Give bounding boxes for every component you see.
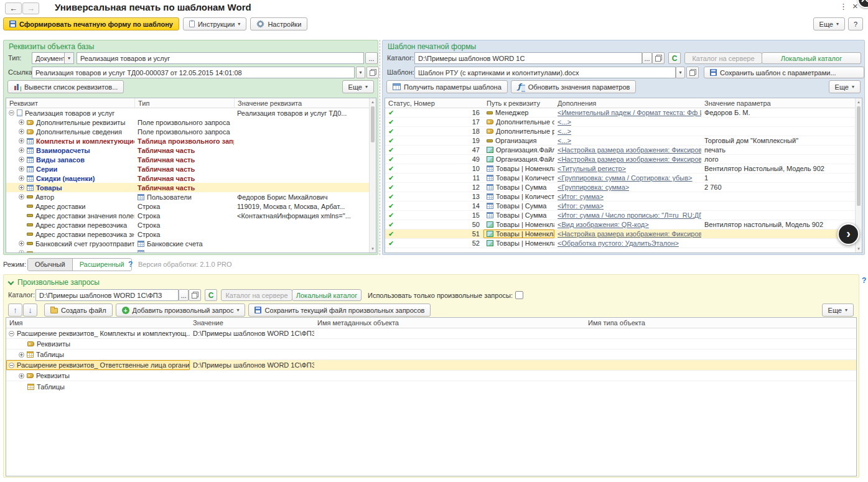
vertical-scrollbar[interactable] — [369, 98, 376, 253]
col-header-additions[interactable]: Дополнения — [554, 98, 701, 108]
additions-link[interactable]: <Обработка пустого: УдалитьЭталон> — [558, 239, 679, 247]
col-header-path[interactable]: Путь к реквизиту — [483, 98, 554, 108]
additions-link[interactable]: <Настройка размера изображения: Фиксиров… — [558, 155, 701, 163]
scroll-down-icon[interactable] — [370, 246, 376, 252]
param-row[interactable]: 50 Товары | Номенклатура <Вид изображени… — [385, 220, 862, 229]
expand-icon[interactable] — [19, 241, 24, 246]
additions-link[interactable]: <...> — [558, 127, 571, 135]
queries-group-header[interactable]: Произвольные запросы — [9, 278, 100, 287]
table-row[interactable]: Дополнительные реквизиты Поле произвольн… — [6, 118, 376, 127]
template-dropdown-button[interactable] — [676, 67, 685, 78]
param-row[interactable]: 15 Товары | Сумма <Итог: сумма / Число п… — [385, 211, 862, 220]
expand-icon[interactable] — [19, 185, 24, 190]
catalog-browse-button[interactable]: ... — [642, 52, 652, 64]
param-row[interactable]: 13 Товары | Количество (в ... <Итог: сум… — [385, 192, 862, 202]
table-row[interactable]: Адрес доставки значения полей Строка <Ко… — [6, 211, 376, 220]
expand-icon[interactable] — [19, 147, 24, 153]
col-header-value[interactable]: Значение — [190, 318, 314, 328]
create-file-button[interactable]: Создать файл — [44, 304, 113, 317]
chevron-down-icon[interactable] — [64, 53, 73, 63]
add-query-button[interactable]: Добавить произвольный запрос — [116, 304, 246, 317]
panel-splitter[interactable] — [380, 40, 380, 255]
param-row[interactable]: 17 Дополнительные сведе... <...> — [385, 118, 862, 127]
catalog-input[interactable]: D:\Примеры шаблонов WORD 1С — [414, 52, 642, 64]
object-ref-input[interactable]: Реализация товаров и услуг ТД00-000037 о… — [32, 67, 355, 78]
table-row[interactable]: Автор Пользователи Федоров Борис Михайло… — [6, 192, 376, 202]
forward-button[interactable] — [22, 2, 39, 14]
param-row-selected[interactable]: 51 Товары | Номенклатур... <Настройка ра… — [385, 229, 862, 239]
window-menu-icon[interactable] — [839, 2, 847, 11]
param-row[interactable]: 16 Менеджер <Именительный падеж / Формат… — [385, 108, 862, 118]
table-row[interactable]: Банковский счет грузоотправителя Банковс… — [6, 239, 376, 248]
additions-link[interactable]: <Настройка размера изображения: Фиксиров… — [558, 146, 701, 154]
expand-icon[interactable] — [19, 373, 24, 379]
table-row[interactable]: Адрес доставки перевозчика Строка — [6, 220, 376, 229]
mode-help-link[interactable]: ? — [128, 260, 133, 269]
query-row[interactable]: Расширение реквизитов_ Комплекты и компл… — [6, 328, 856, 339]
more-button-left-panel[interactable]: Еще — [342, 80, 374, 93]
scroll-down-icon[interactable] — [856, 246, 862, 252]
local-catalog-button[interactable]: Локальный каталог — [292, 289, 362, 301]
table-row[interactable]: Адрес доставки Строка 119019, Москва г, … — [6, 202, 376, 211]
col-header-status-num[interactable]: Статус, Номер — [385, 98, 435, 108]
table-row[interactable]: Реализация товаров и услуг Реализация то… — [6, 108, 376, 118]
expand-icon[interactable] — [19, 157, 24, 162]
param-row[interactable]: 14 Товары | Сумма <Итог: сумма> — [385, 202, 862, 211]
additions-link[interactable]: <Итог: сумма> — [558, 202, 604, 210]
col-header-name[interactable]: Имя — [6, 318, 190, 328]
table-row[interactable]: Скидки (наценки) Табличная часть — [6, 174, 376, 183]
move-down-button[interactable] — [23, 304, 37, 317]
col-header-type[interactable]: Тип — [134, 98, 234, 108]
refresh-button[interactable] — [205, 289, 217, 301]
ref-open-button[interactable] — [366, 67, 379, 78]
mode-option-extended[interactable]: Расширенный — [73, 259, 131, 271]
col-header-attribute[interactable]: Реквизит — [6, 98, 134, 108]
expand-icon[interactable] — [19, 129, 24, 134]
object-type-input[interactable]: Реализация товаров и услуг — [77, 52, 364, 64]
col-header-value[interactable]: Значение реквизита — [234, 98, 370, 108]
table-row[interactable]: Адрес доставки перевозчика значения п...… — [6, 229, 376, 239]
expand-icon[interactable] — [19, 166, 24, 172]
expand-icon[interactable] — [19, 352, 24, 358]
queries-catalog-input[interactable]: D:\Примеры шаблонов WORD 1С\ФПЗ — [35, 289, 179, 301]
local-catalog-button[interactable]: Локальный каталог — [762, 52, 861, 64]
collapse-icon[interactable] — [9, 331, 14, 336]
param-row[interactable]: 11 Товары | Количество (в ... <Группиров… — [385, 174, 862, 183]
table-row-selected[interactable]: Товары Табличная часть — [6, 183, 376, 192]
chevron-collapse-icon[interactable] — [8, 279, 14, 285]
choose-type-button[interactable]: ... — [365, 52, 378, 64]
catalog-open-button[interactable] — [652, 52, 665, 64]
settings-button[interactable]: Настройки — [250, 17, 307, 30]
table-row[interactable]: Виды запасов Табличная часть — [6, 155, 376, 164]
param-row[interactable]: 49 Организация.ФайлЛог... <Настройка раз… — [385, 155, 862, 164]
additions-link[interactable]: <Вид изображения: QR-код> — [558, 221, 649, 228]
catalog-browse-button[interactable]: ... — [179, 289, 189, 301]
additions-link[interactable]: <Титульный регистр> — [558, 165, 626, 172]
scrollbar-thumb[interactable] — [857, 106, 861, 206]
type-select[interactable]: Документ — [32, 52, 74, 64]
more-button-template-panel[interactable]: Еще — [829, 80, 861, 93]
expand-icon[interactable] — [19, 250, 24, 253]
server-catalog-button[interactable]: Каталог на сервере — [684, 52, 762, 64]
additions-link[interactable]: <Итог: сумма> — [558, 193, 604, 200]
back-button[interactable] — [5, 2, 22, 14]
mode-option-normal[interactable]: Обычный — [28, 259, 73, 271]
save-queries-file-button[interactable]: Сохранить текущий файл произвольных запр… — [248, 304, 431, 317]
server-catalog-button[interactable]: Каталог на сервере — [221, 289, 292, 301]
col-header-value[interactable]: Значение параметра — [701, 98, 854, 108]
scroll-up-icon[interactable] — [370, 99, 376, 105]
floating-next-panel-button[interactable] — [838, 223, 859, 245]
more-button-top[interactable]: Еще — [813, 17, 845, 30]
use-only-checkbox[interactable] — [515, 291, 523, 299]
table-row[interactable]: Взаиморасчеты Табличная часть — [6, 146, 376, 155]
query-row-selected[interactable]: Расширение реквизитов_ Ответственные лиц… — [6, 360, 856, 371]
expand-icon[interactable] — [19, 194, 24, 200]
additions-link[interactable]: <Итог: сумма / Число прописью: "Л=ru_RU;… — [558, 211, 701, 219]
col-header-meta-name[interactable]: Имя метаданных объекта — [314, 318, 585, 328]
expand-icon[interactable] — [19, 138, 24, 144]
query-row[interactable]: Таблицы — [6, 350, 856, 360]
param-row[interactable]: 47 Организация.ФайлФак... <Настройка раз… — [385, 146, 862, 155]
table-row[interactable]: Дополнительные сведения Поле произвольно… — [6, 127, 376, 136]
param-row[interactable]: 12 Товары | Сумма <Группировка: сумма> 2… — [385, 183, 862, 192]
close-icon[interactable] — [852, 1, 858, 11]
